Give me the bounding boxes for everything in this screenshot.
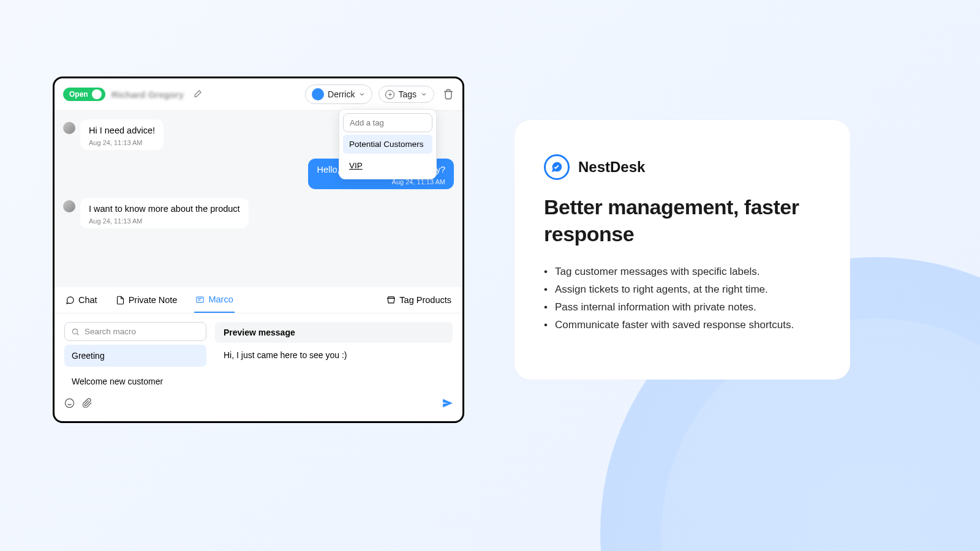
macro-search[interactable]: Search macro xyxy=(64,322,206,341)
preview-header: Preview message xyxy=(215,322,453,343)
macro-item[interactable]: Welcome new customer xyxy=(64,370,206,392)
svg-rect-0 xyxy=(197,297,203,302)
send-icon[interactable] xyxy=(442,398,453,408)
status-label: Open xyxy=(69,90,88,99)
search-icon xyxy=(71,328,80,336)
tag-search-input[interactable] xyxy=(343,113,432,132)
bullet-item: Communicate faster with saved response s… xyxy=(544,317,821,334)
message-bubble: Hi I need advice! Aug 24, 11:13 AM xyxy=(80,119,164,150)
bullet-item: Assign tickets to right agents, at the r… xyxy=(544,281,821,299)
message-time: Aug 24, 11:13 AM xyxy=(89,217,240,225)
toggle-knob xyxy=(92,89,102,99)
note-icon xyxy=(116,296,125,305)
tab-label: Private Note xyxy=(129,295,178,305)
bullet-item: Pass internal information with private n… xyxy=(544,299,821,317)
compose-toolbar xyxy=(55,393,462,416)
tag-option[interactable]: Potential Customers xyxy=(343,135,432,154)
message-text: I want to know more about the product xyxy=(89,204,240,214)
avatar xyxy=(63,200,75,212)
macro-search-placeholder: Search macro xyxy=(85,327,136,336)
message-row: I want to know more about the product Au… xyxy=(63,198,454,228)
tab-private-note[interactable]: Private Note xyxy=(115,288,179,312)
tab-macro[interactable]: Marco xyxy=(194,287,234,313)
assignee-avatar xyxy=(312,88,324,100)
chevron-down-icon xyxy=(420,91,428,98)
tab-label: Marco xyxy=(208,294,233,304)
assignee-dropdown[interactable]: Derrick xyxy=(305,84,372,104)
tag-option[interactable]: VIP xyxy=(343,156,432,175)
svg-point-1 xyxy=(72,329,77,334)
attachment-icon[interactable] xyxy=(82,398,92,408)
brand-name: NestDesk xyxy=(578,159,645,176)
macro-list-column: Search macro Greeting Welcome new custom… xyxy=(64,322,206,393)
assignee-name: Derrick xyxy=(328,89,355,99)
card-headline: Better management, faster response xyxy=(544,193,821,247)
macro-icon xyxy=(195,295,205,304)
avatar xyxy=(63,122,75,134)
feature-bullets: Tag customer messages with specific labe… xyxy=(544,263,821,334)
tag-products-icon xyxy=(386,296,396,305)
logo-icon xyxy=(544,154,570,180)
bullet-item: Tag customer messages with specific labe… xyxy=(544,263,821,281)
tab-chat[interactable]: Chat xyxy=(64,288,99,312)
feature-card: NestDesk Better management, faster respo… xyxy=(514,120,850,380)
macro-item[interactable]: Greeting xyxy=(64,345,206,367)
macro-preview-column: Preview message Hi, I just came here to … xyxy=(215,322,453,393)
tags-dropdown[interactable]: + Tags xyxy=(379,86,434,103)
chat-header: Open Richard Gregory Derrick + Tags xyxy=(55,78,462,111)
trash-icon[interactable] xyxy=(443,89,454,100)
plus-circle-icon: + xyxy=(385,90,394,99)
status-toggle[interactable]: Open xyxy=(63,88,105,101)
chat-bubble-icon xyxy=(66,296,75,305)
emoji-icon[interactable] xyxy=(64,398,75,408)
tab-tag-products[interactable]: Tag Products xyxy=(385,288,453,312)
tab-label: Tag Products xyxy=(399,295,451,305)
svg-point-3 xyxy=(65,399,74,407)
customer-name: Richard Gregory xyxy=(111,89,184,100)
edit-icon[interactable] xyxy=(192,89,202,99)
tab-label: Chat xyxy=(78,295,97,305)
message-text: Hi I need advice! xyxy=(89,126,155,135)
svg-line-2 xyxy=(77,333,79,335)
message-bubble: I want to know more about the product Au… xyxy=(80,198,249,228)
macro-panel: Search macro Greeting Welcome new custom… xyxy=(55,313,462,393)
compose-tabs: Chat Private Note Marco Tag Products xyxy=(55,287,462,313)
chevron-down-icon xyxy=(358,91,366,98)
tag-dropdown-panel: Potential Customers VIP xyxy=(339,109,437,179)
chat-window: Open Richard Gregory Derrick + Tags Pote… xyxy=(53,77,464,423)
tags-label: Tags xyxy=(398,89,417,99)
message-time: Aug 24, 11:13 AM xyxy=(89,139,155,146)
brand-logo: NestDesk xyxy=(544,154,821,180)
preview-body: Hi, I just came here to see you :) xyxy=(215,343,453,367)
